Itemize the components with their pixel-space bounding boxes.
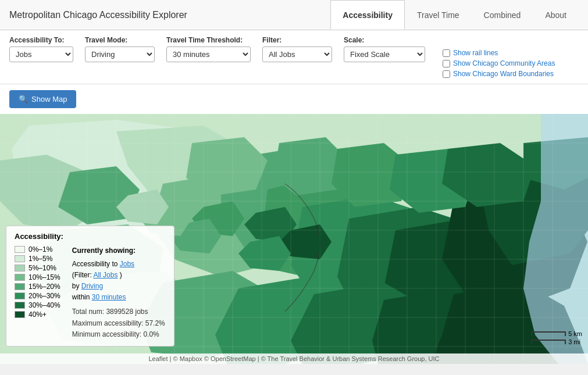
legend-label-7: 40%+ (28, 310, 47, 319)
legend-within-line: within 30 minutes (72, 292, 165, 303)
legend-by-line: by Driving (72, 281, 165, 292)
max-value: 57.2% (145, 319, 165, 327)
legend-item-5: 20%–30% (15, 292, 60, 300)
travel-time-label: Travel Time Threshold: (166, 36, 251, 44)
checkbox-group: Show rail lines Show Chicago Community A… (443, 49, 555, 78)
legend-label-4: 15%–20% (28, 283, 60, 291)
legend-item-7: 40%+ (15, 310, 60, 319)
max-stat: Maximum accessibility: 57.2% (72, 318, 165, 329)
within-prefix: within (72, 293, 90, 301)
app-title: Metropolitan Chicago Accessibility Explo… (9, 10, 330, 20)
legend-color-1 (15, 255, 25, 262)
legend-item-1: 1%–5% (15, 255, 60, 263)
legend-color-3 (15, 274, 25, 281)
scale-km-item: 5 km (531, 330, 582, 337)
total-stat: Total num: 3899528 jobs (72, 306, 165, 317)
travel-mode-group: Travel Mode: Driving Walking Transit Cyc… (85, 36, 155, 62)
community-areas-input[interactable] (443, 60, 450, 67)
legend: Accessibility: 0%–1% 1%–5% 5%–10% 10%–15… (6, 226, 174, 347)
within-value[interactable]: 30 minutes (92, 293, 126, 301)
scale-bar: 5 km 3 mi (531, 330, 582, 347)
legend-label-2: 5%–10% (28, 264, 56, 272)
scale-label: Scale: (344, 36, 425, 44)
filter-suffix: ) (120, 271, 122, 279)
legend-item-4: 15%–20% (15, 283, 60, 291)
scale-km-line (531, 331, 566, 336)
legend-stats: Total num: 3899528 jobs Maximum accessib… (72, 306, 165, 340)
legend-color-2 (15, 265, 25, 272)
total-label: Total num: (72, 308, 104, 316)
filter-value[interactable]: All Jobs (93, 271, 117, 279)
legend-content: 0%–1% 1%–5% 5%–10% 10%–15% 15%–20% (15, 245, 166, 341)
tab-about[interactable]: About (533, 0, 579, 30)
legend-filter-line: (Filter: All Jobs ) (72, 270, 165, 281)
filter-group: Filter: All Jobs Healthcare Jobs Tech Jo… (262, 36, 332, 62)
legend-color-0 (15, 246, 25, 253)
scale-mi-line (531, 340, 566, 344)
tab-travel-time[interactable]: Travel Time (405, 0, 472, 30)
min-stat: Minimum accessibility: 0.0% (72, 329, 165, 340)
scale-select[interactable]: Fixed Scale Dynamic Scale (344, 47, 425, 62)
legend-color-6 (15, 302, 25, 309)
controls-bar: Accessibility To: Jobs Schools Hospitals… (0, 30, 588, 84)
legend-scale: 0%–1% 1%–5% 5%–10% 10%–15% 15%–20% (15, 245, 60, 341)
nav-tabs: Accessibility Travel Time Combined About (330, 0, 579, 30)
legend-item-0: 0%–1% (15, 245, 60, 253)
travel-mode-label: Travel Mode: (85, 36, 155, 44)
footer-text: Leaflet | © Mapbox © OpenStreetMap | © T… (149, 355, 440, 362)
scale-km-label: 5 km (568, 330, 582, 337)
show-rail-lines-checkbox[interactable]: Show rail lines (443, 49, 555, 57)
show-map-button[interactable]: 🔍 Show Map (9, 90, 76, 108)
ward-boundaries-input[interactable] (443, 70, 450, 78)
by-value[interactable]: Driving (81, 282, 103, 290)
scale-mi-label: 3 mi (568, 338, 580, 345)
legend-accessibility-line: Accessibility to Jobs (72, 259, 165, 270)
travel-time-group: Travel Time Threshold: 10 minutes 20 min… (166, 36, 251, 62)
legend-label-6: 30%–40% (28, 301, 60, 309)
min-value: 0.0% (143, 330, 159, 338)
legend-item-3: 10%–15% (15, 273, 60, 281)
tab-accessibility[interactable]: Accessibility (330, 0, 405, 30)
map-footer: Leaflet | © Mapbox © OpenStreetMap | © T… (0, 353, 588, 364)
accessibility-value[interactable]: Jobs (120, 260, 134, 268)
legend-item-6: 30%–40% (15, 301, 60, 309)
travel-mode-select[interactable]: Driving Walking Transit Cycling (85, 47, 155, 62)
accessibility-prefix: Accessibility to (72, 260, 118, 268)
max-label: Maximum accessibility: (72, 319, 144, 327)
search-icon: 🔍 (19, 95, 28, 103)
legend-color-5 (15, 292, 25, 299)
accessibility-to-select[interactable]: Jobs Schools Hospitals Parks (9, 47, 73, 62)
legend-label-5: 20%–30% (28, 292, 60, 300)
tab-combined[interactable]: Combined (472, 0, 533, 30)
legend-label-0: 0%–1% (28, 245, 52, 253)
filter-label: Filter: (262, 36, 332, 44)
show-ward-boundaries-checkbox[interactable]: Show Chicago Ward Boundaries (443, 70, 555, 78)
filter-prefix: (Filter: (72, 271, 92, 279)
header: Metropolitan Chicago Accessibility Explo… (0, 0, 588, 30)
legend-item-2: 5%–10% (15, 264, 60, 272)
min-label: Minimum accessibility: (72, 330, 141, 338)
filter-select[interactable]: All Jobs Healthcare Jobs Tech Jobs Retai… (262, 47, 332, 62)
legend-title: Accessibility: (15, 232, 166, 241)
show-map-section: 🔍 Show Map (0, 84, 588, 114)
show-community-areas-checkbox[interactable]: Show Chicago Community Areas (443, 59, 555, 67)
accessibility-to-group: Accessibility To: Jobs Schools Hospitals… (9, 36, 73, 62)
legend-info: Currently showing: Accessibility to Jobs… (72, 245, 165, 341)
legend-color-4 (15, 283, 25, 290)
currently-showing-label: Currently showing: (72, 245, 165, 256)
legend-color-7 (15, 311, 25, 318)
total-value: 3899528 jobs (106, 308, 148, 316)
travel-time-select[interactable]: 10 minutes 20 minutes 30 minutes 45 minu… (166, 47, 251, 62)
rail-lines-input[interactable] (443, 49, 450, 57)
legend-label-3: 10%–15% (28, 273, 60, 281)
legend-label-1: 1%–5% (28, 255, 52, 263)
accessibility-to-label: Accessibility To: (9, 36, 73, 44)
scale-group: Scale: Fixed Scale Dynamic Scale (344, 36, 425, 62)
scale-mi-item: 3 mi (531, 338, 582, 345)
by-prefix: by (72, 282, 80, 290)
map-container[interactable]: Accessibility: 0%–1% 1%–5% 5%–10% 10%–15… (0, 114, 588, 364)
